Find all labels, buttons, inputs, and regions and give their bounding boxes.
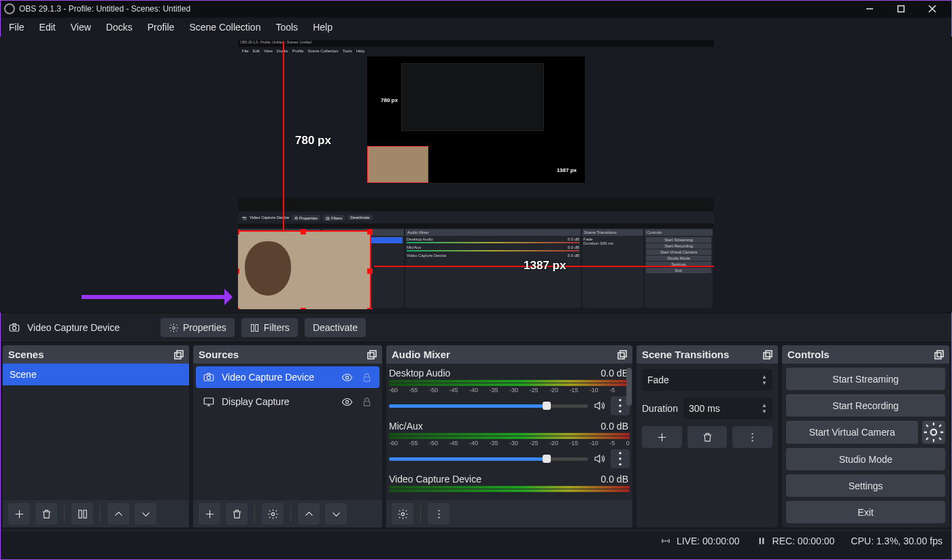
svg-point-27 <box>619 463 622 466</box>
audio-mixer-dock: Audio Mixer Desktop Audio0.0 dB -60-55-5… <box>386 345 632 527</box>
svg-rect-11 <box>370 351 376 357</box>
svg-point-36 <box>752 440 753 441</box>
svg-point-25 <box>619 452 622 455</box>
source-down-button[interactable] <box>325 503 347 525</box>
volume-slider[interactable] <box>389 404 588 408</box>
scene-filter-button[interactable] <box>71 503 93 525</box>
preview-canvas[interactable]: OBS 29.1.3 - Profile: Untitled - Scenes:… <box>238 40 714 309</box>
svg-rect-10 <box>368 353 374 359</box>
mixer-channel: Desktop Audio0.0 dB -60-55-50-45-40-35-3… <box>389 366 630 415</box>
mixer-channel: Video Capture Device0.0 dB <box>389 472 630 492</box>
gear-icon <box>922 421 945 444</box>
source-properties-button[interactable] <box>262 503 284 525</box>
start-streaming-button[interactable]: Start Streaming <box>786 368 945 390</box>
svg-point-26 <box>619 457 622 460</box>
menu-edit[interactable]: Edit <box>32 19 63 35</box>
remove-scene-button[interactable] <box>35 503 57 525</box>
svg-rect-16 <box>204 398 214 404</box>
svg-rect-18 <box>364 401 370 405</box>
preview-area[interactable]: OBS 29.1.3 - Profile: Untitled - Scenes:… <box>0 37 952 313</box>
svg-point-28 <box>401 512 404 515</box>
guide-vertical <box>283 41 284 232</box>
size-label-v: 780 px <box>295 134 331 147</box>
transition-menu-button[interactable] <box>732 426 772 448</box>
svg-rect-38 <box>937 351 943 357</box>
statusbar: LIVE: 00:00:00 REC: 00:00:00 CPU: 1.3%, … <box>0 530 952 550</box>
popout-icon[interactable] <box>174 350 184 360</box>
properties-button[interactable]: Properties <box>160 318 235 337</box>
camera-icon <box>8 321 20 334</box>
svg-point-3 <box>173 326 175 329</box>
svg-rect-21 <box>620 351 626 357</box>
svg-point-23 <box>619 404 622 407</box>
scenes-title: Scenes <box>8 349 44 360</box>
speaker-icon[interactable] <box>593 400 605 412</box>
close-button[interactable] <box>917 0 948 18</box>
channel-menu-button[interactable] <box>611 449 630 468</box>
volume-slider[interactable] <box>389 457 588 461</box>
lock-icon[interactable] <box>361 396 373 408</box>
scene-up-button[interactable] <box>107 503 129 525</box>
start-virtual-camera-button[interactable]: Start Virtual Camera <box>786 421 918 444</box>
scene-down-button[interactable] <box>135 503 156 525</box>
scrollbar-thumb[interactable] <box>626 368 632 406</box>
studio-mode-button[interactable]: Studio Mode <box>786 448 945 470</box>
controls-title: Controls <box>787 349 830 360</box>
pause-icon <box>756 536 767 546</box>
popout-icon[interactable] <box>934 350 944 360</box>
size-label-h: 1387 px <box>524 259 566 273</box>
deactivate-button[interactable]: Deactivate <box>305 318 366 337</box>
svg-rect-4 <box>251 324 254 331</box>
exit-button[interactable]: Exit <box>786 501 945 523</box>
mixer-menu-button[interactable] <box>428 503 449 525</box>
menu-tools[interactable]: Tools <box>268 19 305 35</box>
svg-rect-5 <box>256 324 258 331</box>
svg-rect-9 <box>83 510 86 517</box>
svg-point-17 <box>345 400 348 403</box>
source-item[interactable]: Display Capture <box>193 391 382 413</box>
eye-icon[interactable] <box>341 372 353 383</box>
scene-item[interactable]: Scene <box>3 364 189 385</box>
lock-icon[interactable] <box>361 372 373 383</box>
speaker-icon[interactable] <box>593 453 605 465</box>
popout-icon[interactable] <box>367 350 377 360</box>
menu-scene-collection[interactable]: Scene Collection <box>182 19 268 35</box>
svg-point-31 <box>438 517 439 518</box>
add-transition-button[interactable] <box>642 426 682 448</box>
add-scene-button[interactable] <box>8 503 30 525</box>
spinner-icon: ▲▼ <box>762 374 767 386</box>
filters-button[interactable]: Filters <box>241 318 298 337</box>
remove-transition-button[interactable] <box>687 426 728 448</box>
sources-dock: Sources Video Capture Device Display Cap… <box>193 345 382 527</box>
menu-help[interactable]: Help <box>305 19 340 35</box>
popout-icon[interactable] <box>763 350 772 360</box>
menu-file[interactable]: File <box>1 19 32 35</box>
menu-docks[interactable]: Docks <box>99 19 140 35</box>
duration-spinner[interactable]: 300 ms▲▼ <box>683 398 772 419</box>
add-source-button[interactable] <box>199 503 220 525</box>
transition-select[interactable]: Fade▲▼ <box>642 369 772 391</box>
spinner-icon: ▲▼ <box>762 402 767 415</box>
minimize-button[interactable] <box>854 0 885 18</box>
maximize-button[interactable] <box>885 0 917 18</box>
svg-rect-42 <box>762 538 764 544</box>
remove-source-button[interactable] <box>226 503 248 525</box>
window-title: OBS 29.1.3 - Profile: Untitled - Scenes:… <box>19 4 190 14</box>
menu-profile[interactable]: Profile <box>140 19 182 35</box>
source-up-button[interactable] <box>298 503 320 525</box>
eye-icon[interactable] <box>341 396 353 408</box>
cpu-status: CPU: 1.3%, 30.00 fps <box>851 536 942 546</box>
mixer-settings-button[interactable] <box>392 503 413 525</box>
virtual-camera-settings-button[interactable] <box>922 421 945 444</box>
menu-view[interactable]: View <box>63 19 99 35</box>
svg-point-29 <box>438 510 439 511</box>
display-icon <box>203 396 215 408</box>
start-recording-button[interactable]: Start Recording <box>786 394 945 417</box>
source-item[interactable]: Video Capture Device <box>196 366 379 388</box>
video-capture-selection[interactable] <box>238 230 371 309</box>
settings-button[interactable]: Settings <box>786 474 945 497</box>
popout-icon[interactable] <box>617 350 627 360</box>
mixer-channel: Mic/Aux0.0 dB -60-55-50-45-40-35-30-25-2… <box>389 419 630 468</box>
svg-rect-37 <box>935 353 941 359</box>
live-status: LIVE: 00:00:00 <box>677 536 740 546</box>
